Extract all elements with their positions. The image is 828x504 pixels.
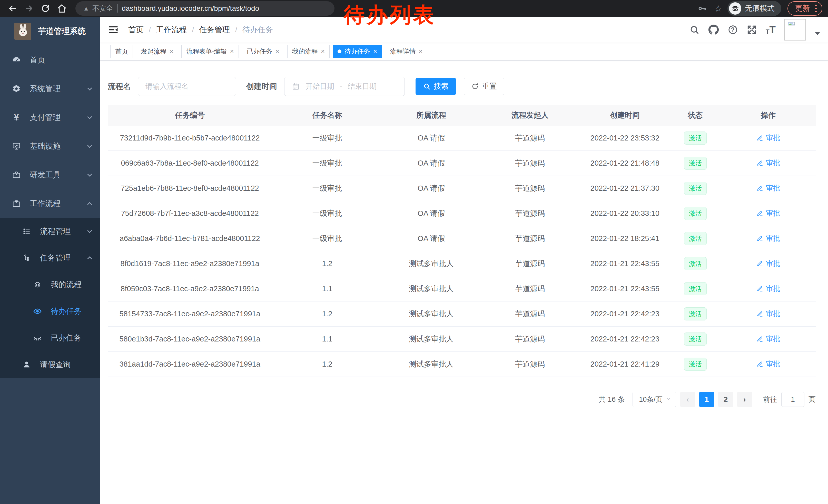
table-row: 73211d9d-7b9b-11ec-b5b7-acde48001122 一级审…: [108, 126, 816, 151]
tab-done-tasks[interactable]: 已办任务×: [242, 45, 284, 58]
status-cell: 激活: [670, 358, 721, 371]
task-id-cell: a6aba0a4-7b6d-11ec-b781-acde48001122: [108, 234, 272, 243]
status-badge: 激活: [684, 358, 707, 371]
next-page-button[interactable]: ›: [737, 392, 752, 407]
approve-link[interactable]: 审批: [756, 133, 780, 143]
app-logo-row: 芋道管理系统: [0, 17, 100, 46]
approve-link[interactable]: 审批: [756, 209, 780, 218]
sidebar-item-leave-query[interactable]: 请假查询: [0, 351, 100, 378]
tab-form-edit[interactable]: 流程表单-编辑×: [181, 45, 239, 58]
breadcrumb-item[interactable]: 任务管理: [199, 25, 230, 35]
list-icon: [21, 227, 32, 235]
created-time-cell: 2022-01-22 20:33:10: [580, 209, 670, 218]
fullscreen-icon[interactable]: [747, 25, 757, 35]
sidebar-item-workflow[interactable]: 工作流程: [0, 189, 100, 218]
column-header: 所属流程: [382, 110, 480, 121]
page-size-select[interactable]: 10条/页: [632, 392, 676, 407]
browser-back-button[interactable]: [6, 2, 19, 15]
close-icon[interactable]: ×: [373, 47, 377, 55]
browser-forward-button[interactable]: [22, 2, 36, 15]
browser-update-button[interactable]: 更新: [787, 1, 822, 16]
chevron-up-icon: [87, 256, 92, 261]
status-cell: 激活: [670, 207, 721, 220]
task-id-cell: 725a1eb6-7b88-11ec-8ef0-acde48001122: [108, 184, 272, 192]
goto-page-input[interactable]: 1: [781, 392, 804, 407]
reset-button[interactable]: 重置: [464, 78, 504, 95]
approve-link[interactable]: 审批: [756, 359, 780, 369]
tab-my-process[interactable]: 我的流程×: [287, 45, 330, 58]
browser-menu-icon[interactable]: [815, 5, 817, 12]
tab-todo-tasks[interactable]: 待办任务×: [333, 45, 382, 58]
sidebar-item-infra[interactable]: 基础设施: [0, 132, 100, 161]
breadcrumb-item[interactable]: 首页: [128, 25, 143, 35]
security-chip[interactable]: ▲ 不安全: [83, 4, 113, 13]
column-header: 状态: [670, 110, 721, 121]
yen-icon: ¥: [11, 112, 22, 123]
page-button-1[interactable]: 1: [699, 392, 714, 407]
starter-cell: 芋道源码: [480, 133, 580, 143]
starter-cell: 芋道源码: [480, 309, 580, 319]
monitor-icon: [11, 142, 22, 150]
approve-link[interactable]: 审批: [756, 234, 780, 243]
sidebar: 芋道管理系统 首页 系统管理 ¥ 支付管理 基础设施: [0, 17, 100, 504]
bookmark-star-icon[interactable]: ☆: [711, 3, 725, 13]
font-size-icon[interactable]: TT: [766, 25, 776, 35]
prev-page-button[interactable]: ‹: [680, 392, 695, 407]
approve-link[interactable]: 审批: [756, 158, 780, 168]
chevron-down-icon: [87, 172, 92, 176]
chevron-down-icon: [87, 86, 92, 90]
page-suffix-label: 页: [809, 395, 816, 404]
task-name-cell: 1.2: [272, 260, 382, 268]
close-icon[interactable]: ×: [321, 47, 325, 55]
tab-home[interactable]: 首页: [110, 45, 133, 58]
created-time-cell: 2022-01-21 22:41:29: [580, 360, 670, 368]
breadcrumb-item[interactable]: 工作流程: [156, 25, 187, 35]
sidebar-item-devtools[interactable]: 研发工具: [0, 161, 100, 189]
refresh-icon: [471, 83, 479, 90]
help-icon[interactable]: [728, 25, 738, 35]
close-icon[interactable]: ×: [230, 47, 234, 55]
github-icon[interactable]: [708, 25, 719, 35]
sidebar-item-home[interactable]: 首页: [0, 46, 100, 74]
browser-home-button[interactable]: [55, 2, 69, 15]
action-cell: 审批: [721, 334, 816, 344]
starter-cell: 芋道源码: [480, 359, 580, 369]
close-icon[interactable]: ×: [419, 47, 422, 55]
sidebar-item-task-mgmt[interactable]: 任务管理: [0, 244, 100, 271]
approve-link[interactable]: 审批: [756, 309, 780, 319]
address-bar[interactable]: ▲ 不安全 dashboard.yudao.iocoder.cn/bpm/tas…: [75, 1, 334, 16]
sidebar-collapse-icon[interactable]: [108, 24, 119, 35]
approve-link[interactable]: 审批: [756, 284, 780, 293]
avatar[interactable]: [784, 19, 806, 41]
password-key-icon[interactable]: [695, 2, 709, 15]
search-button[interactable]: 搜索: [416, 78, 456, 95]
process-cell: OA 请假: [382, 133, 480, 143]
approve-link[interactable]: 审批: [756, 259, 780, 268]
pagination: 共 16 条 10条/页 ‹ 1 2 › 前往 1 页: [108, 392, 816, 407]
gear-icon: [11, 84, 22, 93]
close-icon[interactable]: ×: [170, 47, 173, 55]
sidebar-item-payment[interactable]: ¥ 支付管理: [0, 103, 100, 132]
face-icon: [32, 280, 43, 289]
approve-link[interactable]: 审批: [756, 183, 780, 193]
process-name-input[interactable]: 请输入流程名: [138, 77, 236, 96]
sidebar-item-my-process[interactable]: 我的流程: [0, 271, 100, 298]
end-date-placeholder: 结束日期: [348, 82, 377, 91]
close-icon[interactable]: ×: [276, 47, 279, 55]
sidebar-item-system[interactable]: 系统管理: [0, 74, 100, 103]
date-range-picker[interactable]: 开始日期 - 结束日期: [284, 77, 405, 96]
created-time-cell: 2022-01-21 22:43:55: [580, 260, 670, 268]
chevron-up-icon: [87, 202, 92, 207]
chevron-down-icon: [667, 396, 670, 400]
avatar-dropdown-caret[interactable]: [815, 32, 820, 35]
tab-process-detail[interactable]: 流程详情×: [385, 45, 427, 58]
search-icon[interactable]: [689, 25, 700, 35]
approve-link[interactable]: 审批: [756, 334, 780, 344]
tab-start-process[interactable]: 发起流程×: [136, 45, 178, 58]
sidebar-item-todo-tasks[interactable]: 待办任务: [0, 298, 100, 325]
page-button-2[interactable]: 2: [718, 392, 733, 407]
sidebar-item-process-mgmt[interactable]: 流程管理: [0, 218, 100, 244]
sidebar-item-done-tasks[interactable]: 已办任务: [0, 325, 100, 351]
browser-reload-button[interactable]: [38, 2, 52, 15]
start-date-placeholder: 开始日期: [305, 82, 334, 91]
